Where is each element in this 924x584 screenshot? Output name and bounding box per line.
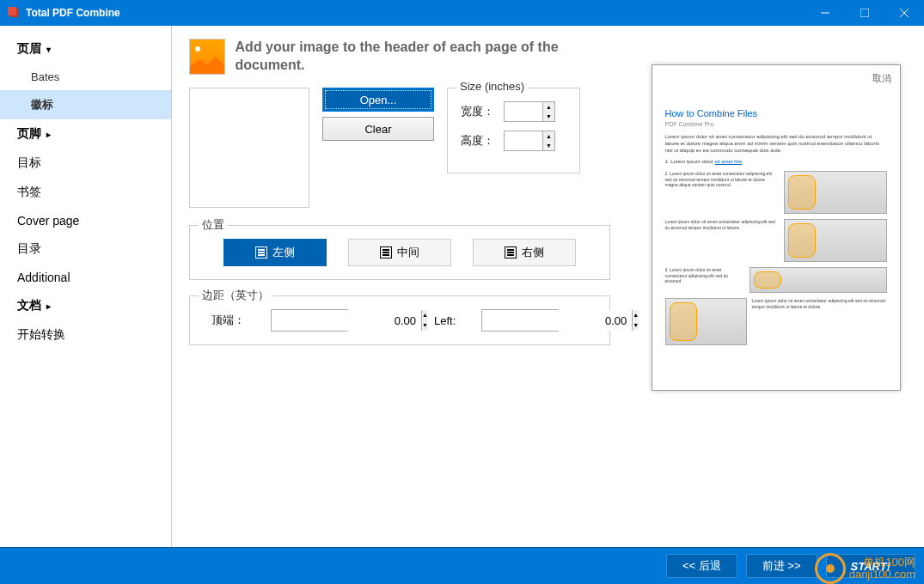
height-input[interactable] [505,131,542,150]
preview-screenshot [784,171,887,214]
preview-screenshot [665,298,747,345]
back-button[interactable]: << 后退 [666,554,737,578]
position-right-button[interactable]: 右侧 [473,239,576,266]
width-input[interactable] [505,102,542,121]
preview-subtitle: PDF Combine Pro [665,121,887,127]
preview-screenshot [784,219,887,262]
width-label: 宽度： [461,104,504,119]
image-icon [189,39,225,75]
margin-left-label: Left: [434,314,456,327]
margin-top-spinner[interactable]: ▲▼ [271,309,348,332]
preview-title: How to Combine Files [665,108,887,119]
spin-down-icon[interactable]: ▼ [422,320,428,331]
height-spinner[interactable]: ▲▼ [504,131,555,151]
width-spinner[interactable]: ▲▼ [504,101,555,122]
window-title: Total PDF Combine [26,7,805,19]
chevron-right-icon: ▸ [46,301,51,311]
spin-down-icon[interactable]: ▼ [633,320,639,331]
margin-group: 边距（英寸） 顶端： ▲▼ Left: ▲▼ [189,295,610,345]
footer: << 后退 前进 >> START! [0,547,924,584]
titlebar: Total PDF Combine [0,0,924,26]
height-label: 高度： [461,133,504,149]
sidebar-item-cover-page[interactable]: Cover page [0,207,171,234]
preview-paragraph: Lorem ipsum dolor sit amet consectetur a… [752,298,887,345]
chevron-down-icon: ▾ [46,45,51,54]
close-button[interactable] [884,0,924,26]
spin-down-icon[interactable]: ▼ [543,141,554,150]
start-button[interactable]: START! [826,554,915,578]
align-center-icon [380,246,392,259]
sidebar-item-additional[interactable]: Additional [0,264,171,291]
clear-button[interactable]: Clear [322,117,434,141]
sidebar-header-page-header[interactable]: 页眉▾ [0,34,171,64]
align-right-icon [505,246,517,259]
maximize-button[interactable] [845,0,884,26]
position-left-button[interactable]: 左侧 [223,239,327,266]
forward-button[interactable]: 前进 >> [746,554,817,578]
preview-paragraph: 2. Lorem ipsum dolor sit amet consectetu… [665,171,779,214]
minimize-button[interactable] [805,0,845,26]
position-center-button[interactable]: 中间 [348,239,451,266]
spin-up-icon[interactable]: ▲ [422,310,428,320]
sidebar-item-start-convert[interactable]: 开始转换 [0,320,171,350]
sidebar-item-bookmarks[interactable]: 书签 [0,178,171,207]
margin-top-input[interactable] [272,310,421,331]
spin-up-icon[interactable]: ▲ [633,310,639,320]
preview-cancel-label: 取消 [872,72,891,85]
preview-paragraph: 3. Lorem ipsum dolor sit amet consectetu… [665,267,744,293]
preview-paragraph: 1. Lorem ipsum dolor sit amet link [665,159,887,166]
image-preview-box [189,88,309,208]
preview-paragraph: Lorem ipsum dolor sit amet consectetur a… [665,134,887,154]
size-group: Size (inches) 宽度： ▲▼ 高度： ▲▼ [447,88,580,173]
svg-rect-3 [860,9,869,17]
spin-down-icon[interactable]: ▼ [543,112,554,121]
spin-up-icon[interactable]: ▲ [543,131,554,141]
spin-up-icon[interactable]: ▲ [543,102,554,112]
margin-top-label: 顶端： [211,313,245,328]
document-preview: 取消 How to Combine Files PDF Combine Pro … [652,64,901,391]
sidebar-item-logo[interactable]: 徽标 [0,90,171,119]
preview-paragraph: Lorem ipsum dolor sit amet consectetur a… [665,219,779,262]
position-group: 位置 左侧 中间 右侧 [189,225,610,280]
position-legend: 位置 [199,217,228,233]
margin-left-input[interactable] [482,310,632,331]
sidebar-header-document[interactable]: 文档▸ [0,291,171,320]
page-description: Add your image to the header of each pag… [236,39,627,75]
align-left-icon [255,246,267,259]
sidebar-header-page-footer[interactable]: 页脚▸ [0,119,171,149]
svg-rect-1 [8,7,16,15]
preview-screenshot [750,267,887,293]
sidebar-item-toc[interactable]: 目录 [0,234,171,264]
app-icon [7,6,21,20]
margin-left-spinner[interactable]: ▲▼ [481,309,559,332]
open-button[interactable]: Open... [322,88,434,112]
sidebar: 页眉▾ Bates 徽标 页脚▸ 目标 书签 Cover page 目录 Add… [0,26,172,547]
sidebar-item-destination[interactable]: 目标 [0,149,171,178]
size-legend: Size (inches) [456,80,528,93]
sidebar-item-bates[interactable]: Bates [0,64,171,90]
margin-legend: 边距（英寸） [199,288,272,303]
chevron-right-icon: ▸ [46,130,51,139]
